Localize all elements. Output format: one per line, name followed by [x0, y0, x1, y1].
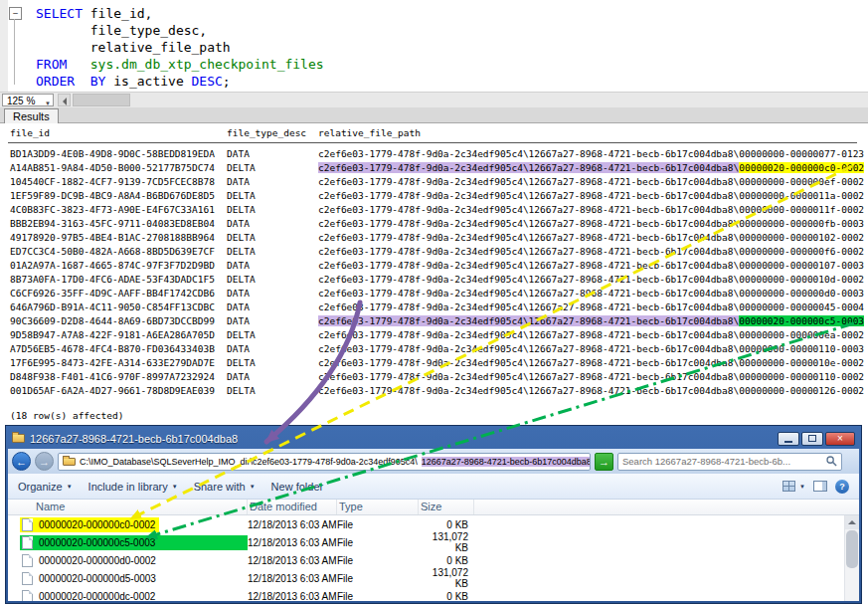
forward-button[interactable]: → [35, 452, 54, 471]
result-row: 9D58B947-A7A8-422F-9181-A6EA286A705DDELT… [10, 328, 864, 342]
result-row: BBB2EB94-3163-45FC-9711-04083ED8EB04DATA… [10, 217, 864, 231]
include-in-library-button[interactable]: Include in library▼ [88, 481, 178, 493]
folder-icon [12, 434, 25, 443]
results-tabstrip: Results [0, 107, 868, 123]
code-line: SELECT file_id, [36, 5, 324, 22]
results-rows: BD1A3DD9-4E0B-49D8-9D0C-58BEDD819EDADATA… [10, 147, 864, 398]
sql-editor[interactable]: − SELECT file_id, file_type_desc, relati… [0, 0, 868, 92]
window-title: 12667a27-8968-4721-becb-6b17c004dba8 [30, 433, 238, 445]
folder-icon [63, 458, 76, 466]
result-row: 17F6E995-8473-42FE-A314-633E279DAD7EDELT… [10, 356, 864, 370]
result-row: 4C0B83FC-3823-4F73-A90E-E4F67C33A161DELT… [10, 203, 864, 217]
file-list-scrollbar[interactable] [844, 515, 859, 601]
explorer-toolbar: Organize▼ Include in library▼ Share with… [8, 474, 859, 500]
zoom-dropdown[interactable]: 125 % ▼ [2, 94, 54, 106]
result-row: 1EF59F89-DC9B-4BC9-A8A4-B6BD676DE8D5DELT… [10, 189, 864, 203]
col-relative-file-path: relative_file_path [318, 127, 421, 138]
close-button[interactable]: × [825, 432, 855, 446]
result-row: D848F938-F401-41C6-970F-8997A7232924DATA… [10, 370, 864, 384]
screen: − SELECT file_id, file_type_desc, relati… [0, 0, 868, 604]
address-path-prefix: C:\IMO_Database\SQLSeverHelp_IMO_dir\c2e… [80, 457, 418, 467]
file-name: 00000020-000000c5-0003 [39, 537, 155, 548]
column-type[interactable]: Type [337, 500, 419, 514]
scroll-thumb[interactable] [846, 530, 858, 568]
result-row: 49178920-97B5-4BE4-B1AC-2708188BB964DELT… [10, 231, 864, 245]
col-file-id: file_id [10, 127, 227, 138]
results-header: file_idfile_type_descrelative_file_path [10, 127, 421, 138]
chevron-down-icon: ▼ [250, 484, 256, 490]
file-list-header: Name Date modified Type Size [8, 500, 859, 515]
outline-guide-line [14, 19, 15, 85]
column-size[interactable]: Size [419, 500, 474, 514]
share-with-button[interactable]: Share with▼ [194, 481, 256, 493]
zoom-value: 125 % [7, 96, 35, 106]
file-name: 00000020-000000c0-0002 [39, 519, 155, 530]
help-icon[interactable]: ? [835, 480, 849, 494]
file-name: 00000020-000000d0-0002 [39, 555, 156, 566]
result-row: A14AB851-9A84-4D50-B000-52177B75DC74DELT… [10, 161, 864, 175]
file-row[interactable]: 00000020-000000d5-000312/18/2013 6:03 AM… [8, 569, 859, 587]
sql-query-text[interactable]: SELECT file_id, file_type_desc, relative… [36, 5, 324, 90]
col-file-type-desc: file_type_desc [227, 127, 318, 138]
file-icon [22, 518, 33, 531]
chevron-down-icon: ▼ [799, 484, 805, 490]
collapse-region-toggle[interactable]: − [9, 7, 22, 20]
chevron-down-icon: ▼ [172, 484, 178, 490]
file-icon [22, 554, 33, 567]
change-view-button[interactable]: ▼ [782, 481, 805, 492]
editor-bottom-bar: 125 % ▼ [0, 92, 868, 107]
file-row[interactable]: 00000020-000000dc-000212/18/2013 6:03 AM… [8, 587, 859, 601]
file-icon [22, 536, 33, 549]
rows-affected-message: (18 row(s) affected) [10, 410, 123, 421]
back-button[interactable]: ← [12, 452, 31, 471]
go-button[interactable]: → [595, 453, 613, 471]
column-name[interactable]: Name [8, 500, 248, 514]
file-name: 00000020-000000d5-0003 [39, 573, 156, 584]
column-date-modified[interactable]: Date modified [248, 500, 337, 514]
search-icon [826, 456, 837, 467]
result-row: A7D56EB5-4678-4FC4-B870-FD036433403BDATA… [10, 342, 864, 356]
search-placeholder: Search 12667a27-8968-4721-becb-6b... [622, 456, 790, 467]
search-input[interactable]: Search 12667a27-8968-4721-becb-6b... [617, 453, 842, 471]
views-icon [782, 481, 795, 492]
code-line: relative_file_path [36, 39, 324, 56]
code-line: ORDER BY is_active DESC; [36, 73, 324, 90]
file-icon [22, 572, 33, 585]
file-icon [22, 590, 33, 602]
organize-button[interactable]: Organize▼ [18, 481, 73, 493]
explorer-window: 12667a27-8968-4721-becb-6b17c004dba8 × ←… [5, 425, 862, 604]
hscroll-left-arrow[interactable] [58, 94, 71, 106]
preview-pane-icon[interactable] [813, 481, 827, 492]
result-row: 646A796D-B91A-4C11-9050-C854FF13CDBCDATA… [10, 301, 864, 314]
address-bar[interactable]: C:\IMO_Database\SQLSeverHelp_IMO_dir\c2e… [58, 453, 591, 471]
file-row[interactable]: 00000020-000000c5-000312/18/2013 6:03 AM… [8, 533, 859, 551]
file-name: 00000020-000000dc-0002 [39, 591, 155, 602]
result-row: 90C36609-D2D8-4644-8A69-6BD73DCCBD99DATA… [10, 314, 864, 328]
result-row: 01A2A97A-1687-4665-874C-97F3F7D2D9BDDATA… [10, 259, 864, 273]
address-path-highlighted: 12667a27-8968-4721-becb-6b17c004dba8 [422, 457, 591, 467]
minimize-button[interactable] [778, 432, 799, 446]
result-row: 104540CF-1882-4CF7-9139-7CD5FCEC8B78DATA… [10, 175, 864, 189]
code-line: FROM sys.dm_db_xtp_checkpoint_files [36, 56, 324, 73]
result-row: ED7CC3C4-50B0-482A-A668-8BD5D639E7CFDELT… [10, 245, 864, 259]
result-row: 001D65AF-6A2A-4D27-9661-78D8D9EAE039DELT… [10, 384, 864, 398]
file-list: 00000020-000000c0-000212/18/2013 6:03 AM… [8, 515, 859, 601]
maximize-button[interactable] [801, 432, 823, 446]
explorer-address-row: ← → C:\IMO_Database\SQLSeverHelp_IMO_dir… [8, 449, 859, 474]
editor-selection-margin [0, 0, 8, 92]
results-header-separator [8, 142, 857, 143]
explorer-titlebar[interactable]: 12667a27-8968-4721-becb-6b17c004dba8 × [8, 428, 859, 449]
result-row: BD1A3DD9-4E0B-49D8-9D0C-58BEDD819EDADATA… [10, 147, 864, 161]
result-row: 8B73A0FA-17D0-4FC6-ADAE-53F43DADC1F5DELT… [10, 273, 864, 287]
hscroll-thumb[interactable] [73, 94, 130, 106]
tab-results[interactable]: Results [4, 108, 59, 124]
scroll-up-arrow[interactable] [845, 515, 859, 529]
results-pane: file_idfile_type_descrelative_file_path … [0, 123, 868, 422]
chevron-down-icon: ▼ [67, 484, 73, 490]
new-folder-button[interactable]: New folder [271, 481, 324, 493]
code-line: file_type_desc, [36, 22, 324, 39]
result-row: C6CF6926-35FF-4D9C-AAFF-BB4F1742CDB6DATA… [10, 287, 864, 301]
